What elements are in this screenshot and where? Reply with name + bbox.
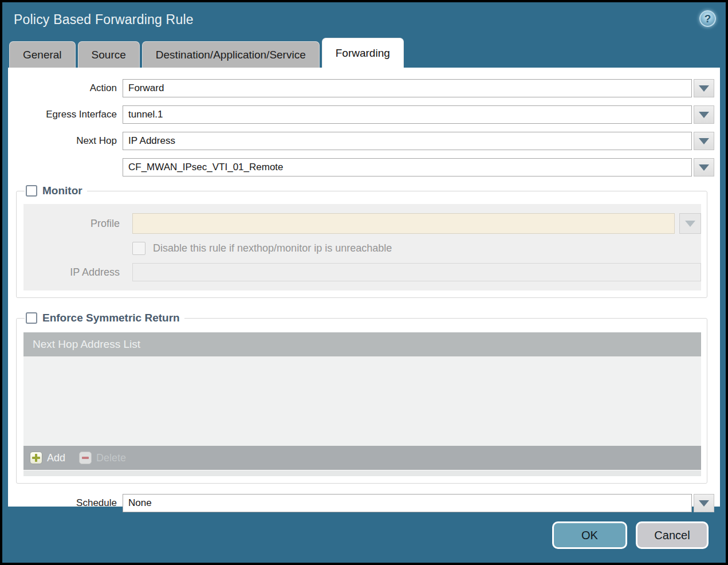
ok-button[interactable]: OK — [552, 521, 627, 549]
next-hop-label: Next Hop — [8, 135, 123, 147]
next-hop-address-list-header: Next Hop Address List — [23, 332, 701, 356]
disable-rule-label: Disable this rule if nexthop/monitor ip … — [153, 242, 392, 254]
tab-general[interactable]: General — [9, 41, 76, 68]
next-hop-address-list-body — [23, 356, 701, 446]
next-hop-address-list-toolbar: Add Delete — [23, 446, 701, 470]
chevron-down-icon — [699, 164, 709, 171]
chevron-down-icon — [699, 85, 709, 92]
action-label: Action — [8, 83, 123, 94]
schedule-label: Schedule — [8, 497, 123, 509]
egress-interface-row: Egress Interface tunnel.1 — [8, 105, 714, 124]
enforce-symmetric-return-checkbox[interactable] — [26, 312, 37, 324]
monitor-ip-address-row: IP Address — [23, 263, 701, 281]
monitor-section: Monitor Profile Disable this rule if nex… — [16, 185, 707, 298]
profile-select — [132, 213, 675, 234]
delete-icon — [79, 452, 92, 464]
schedule-row: Schedule None — [8, 494, 714, 512]
egress-interface-select[interactable]: tunnel.1 — [123, 105, 692, 124]
monitor-panel: Profile Disable this rule if nexthop/mon… — [23, 204, 701, 291]
next-hop-address-dropdown-button[interactable] — [694, 158, 714, 176]
add-button[interactable]: Add — [30, 452, 65, 464]
add-button-label: Add — [47, 452, 65, 464]
enforce-symmetric-return-legend-label: Enforce Symmetric Return — [42, 312, 180, 324]
tab-destination-application-service[interactable]: Destination/Application/Service — [142, 41, 320, 68]
dialog-footer: OK Cancel — [2, 507, 726, 560]
next-hop-row: Next Hop IP Address — [8, 132, 714, 150]
enforce-symmetric-return-section: Enforce Symmetric Return Next Hop Addres… — [16, 312, 707, 484]
next-hop-address-row: CF_MWAN_IPsec_VTI_01_Remote — [8, 158, 714, 176]
dialog-title: Policy Based Forwarding Rule — [14, 12, 194, 28]
chevron-down-icon — [699, 500, 709, 507]
delete-button: Delete — [79, 452, 126, 464]
tab-forwarding[interactable]: Forwarding — [322, 38, 404, 68]
monitor-checkbox[interactable] — [26, 185, 37, 197]
disable-rule-row: Disable this rule if nexthop/monitor ip … — [132, 242, 701, 255]
disable-rule-checkbox — [132, 242, 145, 255]
enforce-symmetric-return-legend: Enforce Symmetric Return — [25, 312, 184, 324]
schedule-dropdown-button[interactable] — [694, 494, 714, 512]
action-row: Action Forward — [8, 79, 714, 97]
profile-row: Profile — [23, 213, 701, 234]
schedule-select[interactable]: None — [123, 494, 692, 512]
cancel-button[interactable]: Cancel — [636, 521, 709, 549]
delete-button-label: Delete — [96, 452, 126, 464]
profile-label: Profile — [23, 218, 120, 230]
monitor-ip-address-label: IP Address — [23, 266, 120, 278]
monitor-legend-label: Monitor — [42, 185, 82, 197]
next-hop-address-select[interactable]: CF_MWAN_IPsec_VTI_01_Remote — [123, 158, 692, 176]
chevron-down-icon — [685, 221, 695, 227]
monitor-ip-address-input — [132, 263, 701, 281]
horizontal-scrollbar[interactable] — [23, 470, 701, 476]
profile-dropdown-button — [679, 213, 701, 234]
title-bar: Policy Based Forwarding Rule ? — [2, 2, 726, 38]
add-icon — [30, 452, 42, 464]
tab-source[interactable]: Source — [78, 41, 140, 68]
chevron-down-icon — [699, 138, 709, 144]
next-hop-address-list-table: Next Hop Address List Add Delete — [23, 332, 701, 476]
monitor-legend: Monitor — [25, 185, 87, 197]
egress-interface-dropdown-button[interactable] — [694, 105, 714, 124]
action-dropdown-button[interactable] — [694, 79, 714, 97]
action-select[interactable]: Forward — [123, 79, 692, 97]
tab-bar: General Source Destination/Application/S… — [2, 38, 726, 68]
egress-interface-label: Egress Interface — [8, 109, 123, 120]
forwarding-tab-panel: Action Forward Egress Interface tunnel.1… — [8, 68, 720, 507]
help-icon[interactable]: ? — [699, 10, 716, 27]
next-hop-type-dropdown-button[interactable] — [694, 132, 714, 150]
next-hop-type-select[interactable]: IP Address — [123, 132, 692, 150]
policy-based-forwarding-dialog: Policy Based Forwarding Rule ? General S… — [0, 0, 728, 565]
chevron-down-icon — [699, 112, 709, 118]
